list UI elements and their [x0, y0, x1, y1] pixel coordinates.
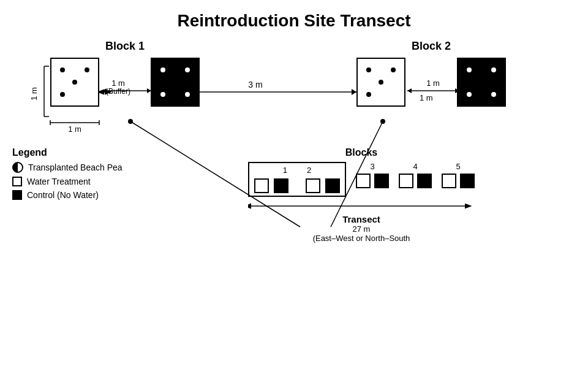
transect-title: Transect	[313, 214, 410, 224]
svg-point-25	[380, 119, 385, 124]
block2-white-plot	[356, 58, 405, 107]
block2-buffer-label: 1 m	[420, 93, 433, 102]
transect-block4: 4	[399, 162, 432, 188]
block5-white	[442, 174, 456, 188]
block-num-4: 4	[413, 162, 417, 171]
legend-item-transplanted: Transplanted Beach Pea	[12, 162, 159, 173]
block-num-1: 1	[283, 166, 287, 175]
block4-pair	[399, 174, 432, 188]
dot	[467, 92, 472, 97]
block4-black	[417, 174, 432, 188]
transect-measurement: 27 m	[313, 224, 410, 234]
transect-block1-white	[254, 178, 269, 193]
block-num-2: 2	[307, 166, 311, 175]
control-label: Control (No Water)	[27, 190, 99, 200]
dot	[160, 67, 165, 72]
block-pair-highlighted	[254, 178, 340, 193]
transplanted-icon	[12, 162, 23, 173]
block-num-5: 5	[456, 162, 460, 171]
transect-arrow-svg	[248, 201, 475, 212]
blocks-label: Blocks	[345, 147, 377, 158]
legend: Legend Transplanted Beach Pea Water Trea…	[12, 147, 159, 243]
dot	[366, 67, 371, 72]
block1-label: Block 1	[50, 40, 200, 53]
bottom-section: Legend Transplanted Beach Pea Water Trea…	[12, 147, 576, 243]
transect-block2-white	[306, 178, 320, 193]
block2-label: Block 2	[356, 40, 506, 53]
block5-pair	[442, 174, 475, 188]
block3-black	[374, 174, 389, 188]
legend-title: Legend	[12, 147, 159, 158]
transect-label: Transect 27 m (East–West or North–South	[313, 214, 410, 243]
page-title: Reintroduction Site Transect	[0, 0, 588, 37]
block3-pair	[356, 174, 389, 188]
transect-block1-black	[274, 178, 288, 193]
dot	[185, 92, 190, 97]
dot	[467, 67, 472, 72]
dot	[60, 67, 65, 72]
transplanted-label: Transplanted Beach Pea	[28, 162, 123, 172]
block-num-3: 3	[370, 162, 374, 171]
block2-black-plot	[457, 58, 506, 107]
dot	[185, 67, 190, 72]
svg-text:1 m: 1 m	[68, 124, 81, 134]
transect-section: Blocks 1 2	[159, 147, 576, 243]
dot	[60, 92, 65, 97]
control-icon	[12, 190, 22, 200]
dot	[160, 92, 165, 97]
block3-white	[356, 174, 371, 188]
legend-item-water: Water Treatment	[12, 177, 159, 186]
block4-white	[399, 174, 413, 188]
dot	[491, 92, 496, 97]
water-icon	[12, 177, 22, 186]
highlighted-blocks: 1 2	[248, 162, 346, 197]
dot	[366, 92, 371, 97]
svg-text:3 m: 3 m	[248, 80, 262, 90]
transect-block3: 3	[356, 162, 389, 188]
svg-marker-16	[352, 89, 356, 95]
svg-point-24	[128, 119, 133, 124]
dot	[379, 80, 383, 85]
block1-section: Block 1	[50, 40, 200, 107]
transect-direction: (East–West or North–South	[313, 234, 410, 243]
transect-block2-black	[325, 178, 340, 193]
dot	[491, 67, 496, 72]
block1-black-plot	[151, 58, 200, 107]
transect-arrow-row	[248, 201, 475, 212]
transect-block5: 5	[442, 162, 475, 188]
transect-blocks-row: 1 2 3	[248, 162, 475, 212]
dot	[72, 80, 77, 85]
block-numbers-row: 1 2	[283, 166, 311, 175]
svg-text:1 m: 1 m	[29, 87, 39, 101]
water-label: Water Treatment	[27, 177, 91, 186]
block5-black	[460, 174, 475, 188]
dot	[85, 67, 89, 72]
dot	[391, 67, 396, 72]
legend-item-control: Control (No Water)	[12, 190, 159, 200]
block1-white-plot	[50, 58, 99, 107]
